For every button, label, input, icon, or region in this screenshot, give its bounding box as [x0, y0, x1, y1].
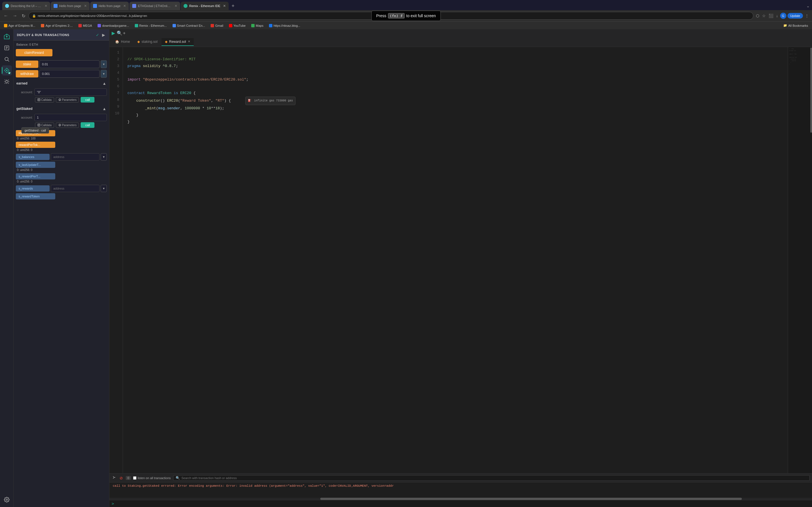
- svg-point-10: [6, 70, 7, 71]
- getStaked-account-input[interactable]: [35, 114, 107, 121]
- menu-button[interactable]: ⋮: [804, 13, 810, 19]
- earned-calldata-button[interactable]: Calldata: [35, 97, 54, 103]
- earned-account-input[interactable]: [35, 89, 107, 96]
- run-button[interactable]: ▶: [112, 31, 115, 36]
- forward-button[interactable]: →: [11, 13, 18, 19]
- search-icon: 🔍: [175, 476, 180, 480]
- bookmark-remix[interactable]: Remix - Ethereum...: [133, 23, 168, 28]
- tab-close-t5[interactable]: ✕: [223, 4, 226, 8]
- s-balances-input[interactable]: [51, 153, 100, 161]
- bookmark-youtube[interactable]: YouTube: [227, 23, 247, 28]
- stake-dropdown[interactable]: ▾: [101, 60, 107, 68]
- profile-button[interactable]: G: [780, 13, 786, 19]
- sidebar-icon-files[interactable]: [2, 43, 12, 53]
- download-button[interactable]: ↓: [775, 13, 779, 19]
- reward-tab-label: Reward.sol: [169, 40, 186, 44]
- side-scrollbar[interactable]: [810, 47, 812, 473]
- address-bar[interactable]: 🔒 remix.ethereum.org/#optimize=false&run…: [29, 12, 753, 20]
- editor-content-area: 1 2 3 4 5 6 7 8 9 10 // SPDX-License-Ide…: [109, 47, 812, 507]
- s-reward-per-button[interactable]: s_rewardPerT...: [16, 173, 55, 179]
- stop-button[interactable]: ⊘: [119, 475, 123, 481]
- sidebar-icon-debug[interactable]: [2, 76, 12, 87]
- bookmark-aoe1[interactable]: Age of Empires Ill...: [2, 23, 37, 28]
- listen-checkbox[interactable]: [133, 476, 137, 480]
- reward-per-tok-button[interactable]: rewardPerTok...: [16, 142, 55, 148]
- getStaked-section-title: getStaked: [16, 107, 33, 111]
- withdraw-dropdown[interactable]: ▾: [101, 70, 107, 78]
- getStaked-call-button[interactable]: call: [81, 122, 94, 128]
- tab-list-button[interactable]: ⌄: [806, 4, 810, 8]
- bookmark-label-maps: Maps: [256, 24, 263, 27]
- sidebar-icon-deploy[interactable]: [2, 65, 12, 75]
- bookmark-icon-sc: [172, 24, 176, 27]
- new-tab-button[interactable]: +: [229, 3, 237, 9]
- bookmark-maps[interactable]: Maps: [250, 23, 265, 28]
- reload-button[interactable]: ↻: [20, 13, 27, 19]
- bookmark-gmail[interactable]: Gmail: [209, 23, 225, 28]
- tab-label-t4: ETHGlobal | ETHOnline 2023: [138, 4, 172, 8]
- s-last-update-button[interactable]: s_lastUpdateT...: [16, 162, 55, 168]
- tab-close-t1[interactable]: ✕: [45, 4, 47, 8]
- tab-t4[interactable]: ETHGlobal | ETHOnline 2023 ✕: [130, 2, 180, 10]
- s-rewards-dropdown[interactable]: ▾: [101, 185, 107, 192]
- earned-params-button[interactable]: Parameters: [56, 97, 79, 103]
- editor-tab-home[interactable]: 🏠 Home: [112, 38, 133, 46]
- tab-t3[interactable]: Hello from page ✕: [90, 2, 129, 10]
- cast-button[interactable]: ⬡: [755, 13, 760, 19]
- getStaked-params-button[interactable]: Parameters: [56, 122, 79, 128]
- horizontal-scrollbar[interactable]: [109, 498, 812, 500]
- extensions-button[interactable]: ⬛: [768, 13, 774, 19]
- tab-t1[interactable]: Describing the UI – React ✕: [2, 2, 50, 10]
- tab-close-t3[interactable]: ✕: [123, 4, 126, 8]
- listen-label[interactable]: listen on all transactions: [133, 476, 170, 480]
- bookmark-aoe2[interactable]: Age of Empires 2:...: [39, 23, 74, 28]
- editor-tab-reward[interactable]: ◆ Reward.sol ✕: [161, 38, 194, 46]
- deploy-expand-button[interactable]: ▶: [101, 32, 106, 38]
- bookmark-mega[interactable]: MEGA: [77, 23, 94, 28]
- claim-reward-button[interactable]: claimReward: [16, 49, 52, 56]
- sidebar-icon-settings[interactable]: [2, 495, 12, 505]
- tab-close-t2[interactable]: ✕: [84, 4, 87, 8]
- editor-tab-staking[interactable]: ◆ staking.sol: [134, 38, 161, 46]
- s-rewards-button[interactable]: s_rewards: [16, 185, 50, 191]
- reward-tab-close[interactable]: ✕: [188, 40, 190, 43]
- back-button[interactable]: ←: [2, 13, 10, 19]
- tab-close-t4[interactable]: ✕: [174, 4, 177, 8]
- getStaked-collapse-button[interactable]: ▲: [102, 107, 106, 111]
- earned-collapse-button[interactable]: ▲: [102, 81, 106, 86]
- zoom-out-button[interactable]: 🔍: [117, 31, 122, 36]
- bookmark-button[interactable]: ☆: [761, 13, 767, 19]
- staking-tab-icon: ◆: [137, 40, 140, 44]
- s-balances-button[interactable]: s_balances: [16, 154, 50, 160]
- sidebar-icon-home[interactable]: [2, 32, 12, 42]
- reward-ra-button[interactable]: REWARD_RA...: [16, 130, 55, 136]
- stake-input[interactable]: [40, 60, 100, 68]
- earned-call-button[interactable]: call: [81, 97, 94, 103]
- update-button[interactable]: Update: [788, 13, 803, 18]
- deploy-check-button[interactable]: ✓: [95, 32, 100, 38]
- bookmark-dl[interactable]: downloadpcgame...: [96, 23, 131, 28]
- tab-label-t3: Hello from page: [99, 4, 121, 8]
- s-balances-dropdown[interactable]: ▾: [101, 153, 107, 161]
- tab-t5[interactable]: Remix - Ethereum IDE ✕: [181, 2, 229, 10]
- s-reward-token-button[interactable]: s_rewardToken: [16, 193, 55, 200]
- zoom-in-button[interactable]: +: [123, 31, 125, 36]
- s-rewards-input[interactable]: [51, 185, 100, 192]
- bookmark-all[interactable]: 📁 All Bookmarks: [781, 23, 810, 28]
- tab-favicon-t4: [132, 4, 136, 8]
- bookmark-label-youtube: YouTube: [234, 24, 246, 27]
- address-text: remix.ethereum.org/#optimize=false&runs=…: [38, 14, 750, 17]
- bookmark-label-aoe1: Age of Empires Ill...: [8, 24, 35, 27]
- bookmark-nksaz[interactable]: https://nksaz.blog...: [267, 23, 302, 28]
- stake-button[interactable]: stake: [16, 61, 38, 68]
- clear-console-button[interactable]: [112, 475, 117, 481]
- withdraw-button[interactable]: withdraw: [16, 70, 38, 77]
- withdraw-input[interactable]: [40, 70, 100, 78]
- tab-t2[interactable]: Hello from page ✕: [51, 2, 90, 10]
- bookmark-sc[interactable]: Smart Contract En...: [171, 23, 207, 28]
- getStaked-calldata-button[interactable]: Calldata: [35, 122, 54, 128]
- transaction-search-input[interactable]: [182, 476, 807, 480]
- bookmark-label-sc: Smart Contract En...: [177, 24, 205, 27]
- code-content[interactable]: // SPDX-License-Identifier: MIT pragma s…: [123, 47, 788, 473]
- sidebar-icon-search[interactable]: [2, 54, 12, 64]
